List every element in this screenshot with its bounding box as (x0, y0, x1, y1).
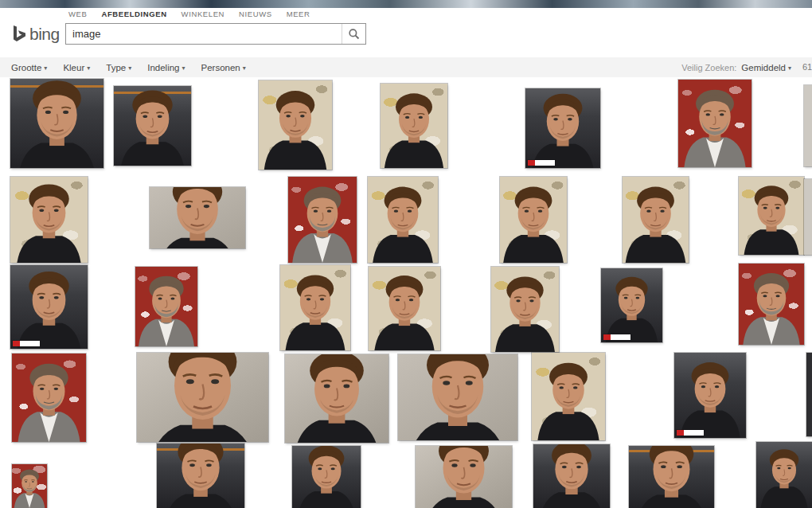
image-result-thumbnail[interactable] (280, 265, 350, 350)
filter-bar-left: Grootte▾Kleur▾Type▾Indeling▾Personen▾ (0, 63, 246, 72)
face-illustration (280, 265, 350, 350)
filter-dropdown-grootte[interactable]: Grootte▾ (11, 63, 47, 72)
face-illustration (623, 177, 689, 263)
face-illustration (292, 446, 361, 508)
search-input[interactable] (66, 24, 342, 44)
nav-item-meer[interactable]: MEER (287, 10, 310, 18)
image-result-thumbnail[interactable] (288, 177, 357, 263)
header-background-photo-strip (0, 0, 812, 8)
image-result-thumbnail[interactable] (806, 353, 812, 436)
face-illustration (114, 86, 191, 166)
safe-search-dropdown[interactable]: Gemiddeld▾ (741, 63, 791, 72)
face-illustration (398, 354, 517, 440)
chevron-down-icon: ▾ (44, 64, 47, 72)
image-result-thumbnail[interactable] (292, 446, 361, 508)
filter-label: Personen (201, 63, 240, 72)
source-badge (603, 334, 630, 340)
filter-label: Type (106, 63, 126, 72)
nav-item-winkelen[interactable]: WINKELEN (182, 10, 224, 18)
image-result-thumbnail[interactable] (12, 354, 86, 442)
face-illustration (12, 464, 47, 508)
face-illustration (285, 354, 388, 443)
safe-search-label: Veilig Zoeken: (681, 63, 736, 72)
image-result-thumbnail[interactable] (491, 267, 559, 352)
image-result-thumbnail[interactable] (10, 79, 103, 168)
filter-dropdown-personen[interactable]: Personen▾ (201, 63, 246, 72)
image-result-thumbnail[interactable] (525, 88, 600, 168)
face-illustration (10, 177, 88, 263)
image-result-thumbnail[interactable] (368, 177, 438, 263)
safe-search-value: Gemiddeld (741, 63, 786, 72)
image-result-thumbnail[interactable] (533, 444, 610, 508)
face-illustration (416, 446, 512, 508)
nav-item-afbeeldingen[interactable]: AFBEELDINGEN (101, 10, 166, 18)
truncated-edge-text: 61 (802, 62, 812, 72)
image-result-thumbnail[interactable] (500, 177, 567, 263)
face-illustration (533, 444, 610, 508)
filter-dropdown-kleur[interactable]: Kleur▾ (63, 63, 90, 72)
source-badge (528, 160, 555, 166)
source-badge (13, 341, 40, 346)
face-illustration (674, 353, 746, 438)
nav-item-nieuws[interactable]: NIEUWS (239, 10, 272, 18)
face-illustration (288, 177, 357, 263)
image-result-thumbnail[interactable] (674, 353, 746, 438)
image-result-thumbnail[interactable] (601, 268, 662, 342)
image-result-thumbnail[interactable] (629, 446, 714, 508)
image-result-thumbnail[interactable] (369, 267, 440, 350)
face-illustration (157, 444, 244, 508)
image-result-thumbnail[interactable] (804, 85, 812, 166)
chevron-down-icon: ▾ (87, 64, 90, 72)
image-result-thumbnail[interactable] (114, 86, 191, 166)
face-illustration (491, 267, 559, 352)
face-illustration (739, 177, 804, 255)
chevron-down-icon: ▾ (128, 64, 131, 72)
image-result-thumbnail[interactable] (157, 444, 244, 508)
image-result-thumbnail[interactable] (739, 177, 804, 255)
image-result-thumbnail[interactable] (804, 179, 812, 255)
image-result-thumbnail[interactable] (135, 267, 197, 346)
search-button[interactable] (342, 24, 365, 44)
bing-logo[interactable]: bing (13, 25, 60, 44)
filter-label: Indeling (147, 63, 179, 72)
chevron-down-icon: ▾ (243, 64, 246, 72)
nav-item-web[interactable]: WEB (68, 10, 87, 18)
face-illustration (259, 80, 332, 170)
image-result-thumbnail[interactable] (10, 177, 88, 263)
image-result-thumbnail[interactable] (532, 353, 605, 440)
face-illustration (532, 353, 605, 440)
face-illustration (525, 88, 600, 168)
face-illustration (135, 267, 197, 346)
search-box (65, 23, 366, 45)
filter-dropdown-type[interactable]: Type▾ (106, 63, 131, 72)
face-illustration (500, 177, 567, 263)
top-nav: WEBAFBEELDINGENWINKELENNIEUWSMEER (68, 10, 310, 18)
source-badge (677, 430, 704, 436)
image-result-thumbnail[interactable] (259, 80, 332, 170)
image-result-thumbnail[interactable] (416, 446, 512, 508)
image-result-thumbnail[interactable] (150, 187, 245, 248)
face-illustration (10, 265, 88, 349)
face-illustration (739, 264, 804, 345)
face-illustration (369, 267, 440, 350)
image-result-thumbnail[interactable] (381, 84, 447, 168)
chevron-down-icon: ▾ (788, 64, 791, 72)
face-illustration (12, 354, 86, 442)
image-result-thumbnail[interactable] (285, 354, 388, 443)
image-result-thumbnail[interactable] (678, 80, 751, 167)
image-result-thumbnail[interactable] (756, 442, 812, 508)
image-result-thumbnail[interactable] (137, 353, 268, 442)
face-illustration (381, 84, 447, 168)
face-illustration (137, 353, 268, 442)
bing-image-search-page: WEBAFBEELDINGENWINKELENNIEUWSMEER bing G… (0, 0, 812, 508)
filter-dropdown-indeling[interactable]: Indeling▾ (147, 63, 185, 72)
face-illustration (10, 79, 103, 168)
image-result-thumbnail[interactable] (739, 264, 804, 345)
face-illustration (368, 177, 438, 263)
image-result-thumbnail[interactable] (12, 464, 47, 508)
image-result-thumbnail[interactable] (398, 354, 517, 440)
image-result-thumbnail[interactable] (623, 177, 689, 263)
image-result-thumbnail[interactable] (10, 265, 88, 349)
filter-bar: Grootte▾Kleur▾Type▾Indeling▾Personen▾ Ve… (0, 57, 812, 77)
face-illustration (756, 442, 812, 508)
